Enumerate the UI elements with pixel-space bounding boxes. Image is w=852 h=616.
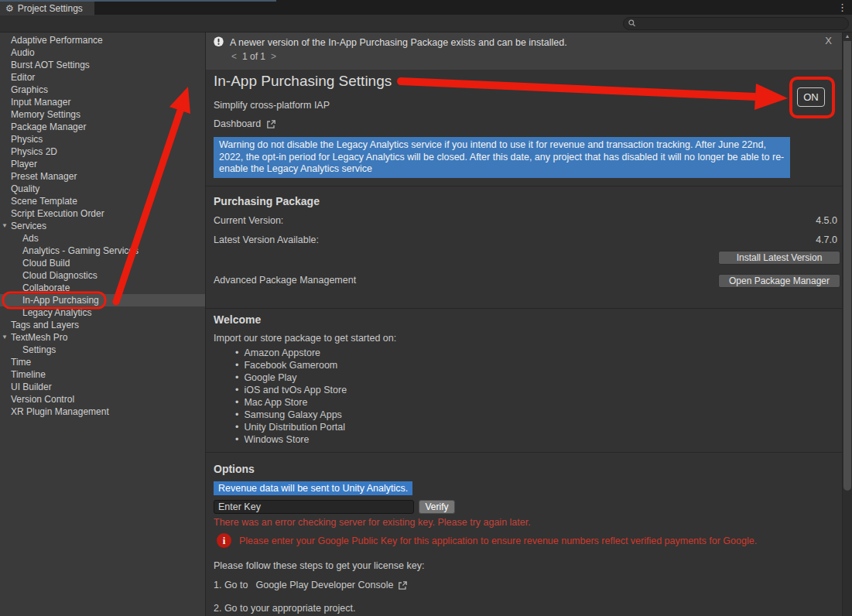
subtitle: Simplify cross-platform IAP bbox=[214, 100, 330, 111]
sidebar-item[interactable]: UI Builder bbox=[0, 381, 205, 393]
store-list-item: Unity Distribution Portal bbox=[235, 421, 347, 433]
tab-title: Project Settings bbox=[18, 3, 83, 14]
sidebar-item-textmesh-pro[interactable]: TextMesh Pro bbox=[0, 331, 205, 344]
sidebar-item[interactable]: Scene Template bbox=[0, 195, 205, 207]
sidebar-item[interactable]: Cloud Build bbox=[0, 257, 205, 269]
sidebar-item[interactable]: Time bbox=[0, 356, 205, 368]
sidebar-item[interactable]: Burst AOT Settings bbox=[0, 59, 205, 71]
welcome-intro: Import our store package to get started … bbox=[214, 333, 396, 344]
sidebar-item[interactable]: Package Manager bbox=[0, 121, 205, 133]
sidebar-item[interactable]: Physics 2D bbox=[0, 145, 205, 158]
pager-text: 1 of 1 bbox=[242, 51, 265, 62]
store-list-item: Amazon Appstore bbox=[235, 347, 347, 359]
advanced-package-label: Advanced Package Management bbox=[214, 275, 356, 286]
current-version-value: 4.5.0 bbox=[816, 215, 837, 226]
install-latest-version-button[interactable]: Install Latest Version bbox=[718, 251, 840, 265]
store-list-item: Windows Store bbox=[235, 433, 347, 446]
verify-button[interactable]: Verify bbox=[419, 500, 455, 514]
external-link-icon bbox=[266, 119, 276, 129]
google-key-notice-row: i Please enter your Google Public Key fo… bbox=[217, 532, 757, 548]
sidebar-item[interactable]: Collaborate bbox=[0, 282, 205, 294]
settings-content: A newer version of the In-App Purchasing… bbox=[206, 33, 842, 616]
legacy-analytics-warning: Warning do not disable the Legacy Analyt… bbox=[214, 137, 790, 178]
dashboard-label: Dashboard bbox=[214, 118, 261, 129]
store-list-item: Facebook Gameroom bbox=[235, 359, 347, 371]
banner-pager: < 1 of 1 > bbox=[231, 51, 276, 62]
sidebar-item-in-app-purchasing[interactable]: In-App Purchasing bbox=[0, 294, 205, 306]
pager-prev-button[interactable]: < bbox=[231, 51, 237, 62]
console-warning-icon bbox=[213, 36, 224, 48]
sidebar-item[interactable]: Cloud Diagnostics bbox=[0, 269, 205, 282]
sidebar-item[interactable]: Memory Settings bbox=[0, 108, 205, 121]
sidebar-item[interactable]: Legacy Analytics bbox=[0, 306, 205, 319]
sidebar-item[interactable]: Player bbox=[0, 158, 205, 170]
project-settings-window: ⚙ Project Settings ⋮ Adaptive Performanc… bbox=[0, 0, 852, 616]
current-version-row: Current Version: 4.5.0 bbox=[214, 215, 837, 226]
kebab-menu-icon[interactable]: ⋮ bbox=[837, 1, 847, 14]
latest-version-label: Latest Version Available: bbox=[214, 234, 319, 245]
step2-text: 2. Go to your appropriate project. bbox=[214, 603, 355, 614]
sidebar-item[interactable]: Preset Manager bbox=[0, 170, 205, 183]
pager-next-button[interactable]: > bbox=[271, 51, 276, 62]
banner-message: A newer version of the In-App Purchasing… bbox=[230, 37, 567, 48]
purchasing-package-heading: Purchasing Package bbox=[214, 195, 320, 207]
step1-prefix: 1. Go to bbox=[214, 580, 248, 590]
sidebar-item[interactable]: XR Plugin Management bbox=[0, 406, 205, 418]
welcome-heading: Welcome bbox=[214, 313, 261, 326]
vertical-scrollbar: ▲ bbox=[842, 33, 852, 616]
sidebar-item[interactable]: Input Manager bbox=[0, 96, 205, 108]
store-list-item: iOS and tvOs App Store bbox=[235, 384, 347, 396]
sidebar-item[interactable]: Adaptive Performance bbox=[0, 34, 205, 46]
google-key-input[interactable] bbox=[214, 500, 414, 514]
current-version-label: Current Version: bbox=[214, 215, 283, 226]
scrollbar-thumb[interactable] bbox=[843, 41, 851, 491]
section-divider bbox=[206, 452, 842, 453]
dashboard-link[interactable]: Dashboard bbox=[214, 118, 276, 129]
store-list: Amazon Appstore Facebook Gameroom Google… bbox=[235, 347, 347, 446]
key-entry-row: Verify bbox=[214, 500, 455, 514]
gear-icon: ⚙ bbox=[5, 4, 14, 13]
sidebar-item-services[interactable]: Services bbox=[0, 220, 205, 232]
window-tab-bar: ⚙ Project Settings ⋮ bbox=[0, 0, 852, 15]
settings-toolbar bbox=[0, 15, 852, 33]
settings-sidebar: Adaptive Performance Audio Burst AOT Set… bbox=[0, 33, 206, 616]
sidebar-item[interactable]: Analytics - Gaming Services bbox=[0, 245, 205, 257]
sidebar-item[interactable]: Physics bbox=[0, 133, 205, 145]
search-icon bbox=[628, 19, 636, 27]
options-heading: Options bbox=[214, 463, 255, 475]
page-title: In-App Purchasing Settings bbox=[214, 73, 392, 90]
sidebar-item[interactable]: Timeline bbox=[0, 368, 205, 381]
update-notification-banner: A newer version of the In-App Purchasing… bbox=[206, 33, 842, 70]
sidebar-item[interactable]: Graphics bbox=[0, 84, 205, 96]
sidebar-item[interactable]: Script Execution Order bbox=[0, 207, 205, 220]
close-icon[interactable]: X bbox=[825, 35, 832, 46]
sidebar-item[interactable]: Tags and Layers bbox=[0, 319, 205, 331]
sidebar-item[interactable]: Ads bbox=[0, 232, 205, 245]
sidebar-item[interactable]: Version Control bbox=[0, 393, 205, 406]
tab-project-settings[interactable]: ⚙ Project Settings bbox=[0, 1, 94, 15]
revenue-note-highlight: Revenue data will be sent to Unity Analy… bbox=[214, 481, 412, 495]
section-divider bbox=[206, 186, 842, 187]
error-info-icon: i bbox=[217, 533, 231, 548]
sidebar-item[interactable]: Audio bbox=[0, 46, 205, 59]
iap-on-toggle[interactable]: ON bbox=[797, 87, 825, 107]
sidebar-item[interactable]: Editor bbox=[0, 71, 205, 84]
search-input[interactable] bbox=[639, 18, 844, 29]
steps-intro: Please follow these steps to get your li… bbox=[214, 560, 424, 571]
google-key-notice: Please enter your Google Public Key for … bbox=[239, 532, 757, 546]
step1-row: 1. Go to Google Play Developer Console bbox=[214, 580, 408, 590]
search-box[interactable] bbox=[623, 17, 849, 30]
section-divider bbox=[206, 308, 842, 309]
store-list-item: Samsung Galaxy Apps bbox=[235, 409, 347, 421]
open-package-manager-button[interactable]: Open Package Manager bbox=[718, 274, 840, 288]
store-list-item: Google Play bbox=[235, 371, 347, 384]
key-error-message: There was an error checking server for e… bbox=[214, 517, 531, 528]
sidebar-item[interactable]: Quality bbox=[0, 183, 205, 195]
latest-version-row: Latest Version Available: 4.7.0 bbox=[214, 234, 837, 245]
external-link-icon bbox=[398, 580, 408, 590]
sidebar-item[interactable]: Settings bbox=[0, 344, 205, 356]
scroll-up-icon[interactable]: ▲ bbox=[843, 33, 852, 39]
google-play-console-link[interactable]: Google Play Developer Console bbox=[255, 580, 393, 590]
latest-version-value: 4.7.0 bbox=[816, 234, 837, 245]
store-list-item: Mac App Store bbox=[235, 396, 347, 409]
